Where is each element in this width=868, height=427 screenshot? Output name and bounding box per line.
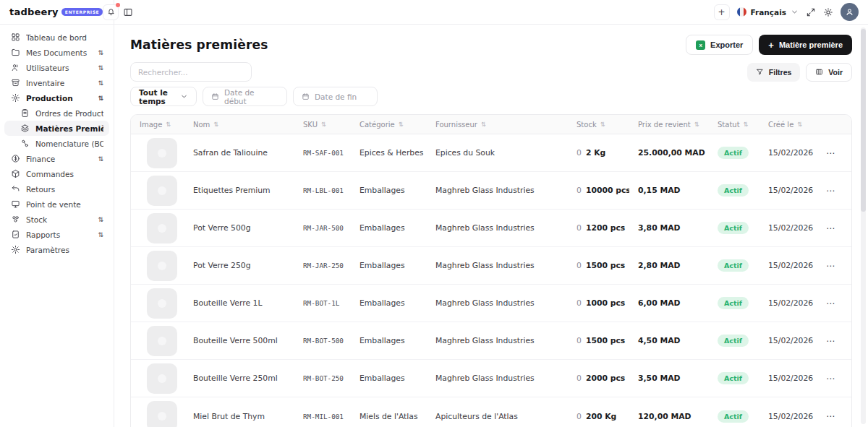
cell-fournisseur: Maghreb Glass Industries: [427, 223, 568, 233]
date-start-picker[interactable]: Date de début: [203, 87, 287, 106]
scrollbar-thumb[interactable]: [861, 29, 866, 212]
cell-cree-le: 15/02/2026: [760, 336, 817, 345]
col-categorie[interactable]: Catégorie⇅: [351, 121, 427, 129]
sidebar-item-production[interactable]: Production ⇅: [4, 90, 109, 105]
table-row[interactable]: Etiquettes Premium RM-LBL-001 Emballages…: [131, 172, 851, 210]
table-row[interactable]: Miel Brut de Thym RM-MIL-001 Miels de l'…: [131, 397, 851, 427]
sidebar-item-stock[interactable]: Stock ⇅: [4, 212, 109, 227]
view-columns-button[interactable]: Voir: [806, 63, 852, 82]
language-selector[interactable]: Français: [737, 7, 799, 17]
col-stock[interactable]: Stock⇅: [568, 121, 629, 129]
row-actions-button[interactable]: ⋯: [826, 261, 835, 271]
cell-sku: RM-BOT-250: [294, 374, 351, 382]
scrollbar[interactable]: [861, 27, 866, 424]
col-prix-de-revient[interactable]: Prix de revient⇅: [629, 121, 709, 129]
cell-categorie: Emballages: [351, 186, 427, 195]
cell-fournisseur: Maghreb Glass Industries: [427, 336, 568, 345]
image-placeholder-icon: [158, 224, 166, 233]
user-avatar[interactable]: [841, 3, 859, 21]
search-input[interactable]: [130, 62, 252, 82]
sidebar-item-parametres[interactable]: Paramètres: [4, 242, 109, 257]
sort-icon: ⇅: [600, 121, 605, 128]
theme-toggle-button[interactable]: [823, 7, 833, 17]
sort-icon: ⇅: [481, 121, 486, 128]
table-row[interactable]: Bouteille Verre 500ml RM-BOT-500 Emballa…: [131, 322, 851, 360]
image-placeholder-icon: [158, 337, 166, 345]
add-button-label: Matière première: [779, 40, 843, 49]
row-actions-button[interactable]: ⋯: [826, 186, 835, 196]
sidebar-item-label: Tableau de bord: [26, 33, 103, 42]
fullscreen-button[interactable]: [806, 7, 816, 17]
table-row[interactable]: Safran de Taliouine RM-SAF-001 Epices & …: [131, 134, 851, 172]
sidebar-item-rapports[interactable]: Rapports ⇅: [4, 227, 109, 242]
cell-nom: Pot Verre 500g: [184, 223, 294, 233]
col-nom[interactable]: Nom⇅: [184, 121, 294, 129]
settings-gear-icon: [10, 245, 20, 254]
export-button[interactable]: x Exporter: [686, 35, 753, 55]
col-sku[interactable]: SKU⇅: [294, 121, 351, 129]
sidebar-item-label: Utilisateurs: [26, 64, 92, 72]
sidebar-item-point-de-vente[interactable]: Point de vente: [4, 197, 109, 212]
sidebar-item-inventaire[interactable]: Inventaire ⇅: [4, 75, 109, 90]
col-statut[interactable]: Statut⇅: [709, 121, 760, 129]
sidebar-toggle-button[interactable]: [123, 7, 133, 17]
col-cree-le[interactable]: Créé le⇅: [760, 121, 817, 129]
sidebar-item-utilisateurs[interactable]: Utilisateurs ⇅: [4, 60, 109, 75]
cell-nom: Bouteille Verre 500ml: [184, 336, 294, 345]
sidebar-item-mes-documents[interactable]: Mes Documents ⇅: [4, 45, 109, 60]
image-placeholder-icon: [158, 412, 166, 420]
row-actions-button[interactable]: ⋯: [826, 298, 835, 309]
sidebar-item-commandes[interactable]: Commandes: [4, 166, 109, 181]
reorder-icon: ⇅: [98, 216, 103, 223]
notifications-button[interactable]: [103, 4, 119, 20]
cell-stock: 01200 pcs: [568, 223, 629, 233]
gear-icon: [10, 93, 20, 103]
sidebar-item-retours[interactable]: Retours: [4, 181, 109, 197]
cell-cree-le: 15/02/2026: [760, 374, 817, 383]
table-row[interactable]: Pot Verre 250g RM-JAR-250 Emballages Mag…: [131, 247, 851, 285]
status-badge: Actif: [718, 184, 749, 197]
row-actions-button[interactable]: ⋯: [826, 148, 835, 158]
plus-icon: +: [718, 7, 726, 17]
add-material-button[interactable]: + Matière première: [759, 35, 852, 55]
row-actions-button[interactable]: ⋯: [826, 374, 835, 384]
time-range-select[interactable]: Tout le temps: [130, 87, 197, 106]
col-fournisseur[interactable]: Fournisseur⇅: [427, 121, 568, 129]
table-row[interactable]: Pot Verre 500g RM-JAR-500 Emballages Mag…: [131, 210, 851, 247]
calendar-icon: [302, 92, 310, 100]
table-row[interactable]: Bouteille Verre 1L RM-BOT-1L Emballages …: [131, 285, 851, 322]
cell-nom: Bouteille Verre 1L: [184, 298, 294, 308]
export-button-label: Exporter: [710, 40, 743, 49]
undo-icon: [10, 184, 20, 194]
sidebar-item-matieres-premieres[interactable]: Matières Premières: [4, 121, 109, 136]
sort-icon: ⇅: [166, 121, 171, 128]
reorder-icon: ⇅: [98, 79, 103, 87]
plan-badge: ENTERPRISE: [61, 8, 103, 16]
cell-prix: 2,80 MAD: [629, 261, 709, 270]
quick-add-button[interactable]: +: [714, 4, 730, 20]
image-placeholder-icon: [158, 186, 166, 195]
app-logo: tadbeery: [9, 7, 59, 17]
status-badge: Actif: [718, 297, 749, 309]
filters-button[interactable]: Filtres: [747, 63, 801, 82]
product-image-placeholder: [147, 176, 177, 206]
sidebar-item-ordres-de-production[interactable]: Ordres de Production: [4, 105, 109, 121]
sidebar-item-finance[interactable]: Finance ⇅: [4, 151, 109, 166]
cell-stock: 01500 pcs: [568, 336, 629, 345]
date-end-picker[interactable]: Date de fin: [293, 87, 378, 106]
cube-icon: [10, 169, 20, 178]
layers-icon: [20, 124, 30, 133]
cell-sku: RM-JAR-500: [294, 224, 351, 232]
col-image[interactable]: Image⇅: [131, 121, 184, 129]
sidebar-item-nomenclature-bom[interactable]: Nomenclature (BOM): [4, 136, 109, 151]
nodes-icon: [20, 139, 30, 148]
row-actions-button[interactable]: ⋯: [826, 411, 835, 421]
row-actions-button[interactable]: ⋯: [826, 223, 835, 233]
sidebar: Tableau de bord Mes Documents ⇅ Utilisat…: [0, 25, 114, 427]
time-range-value: Tout le temps: [139, 88, 175, 105]
sidebar-item-tableau-de-bord[interactable]: Tableau de bord: [4, 30, 109, 45]
cell-categorie: Emballages: [351, 223, 427, 233]
row-actions-button[interactable]: ⋯: [826, 336, 835, 346]
table-row[interactable]: Bouteille Verre 250ml RM-BOT-250 Emballa…: [131, 360, 851, 397]
reorder-icon: ⇅: [98, 49, 103, 56]
